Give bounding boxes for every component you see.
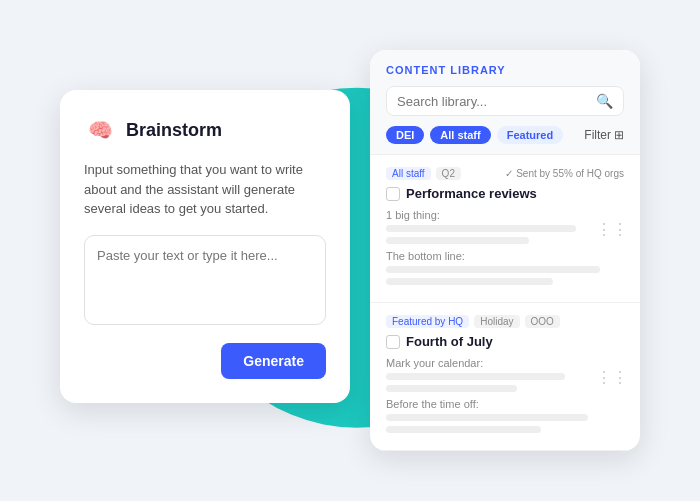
item1-field1-line (386, 225, 576, 232)
item2-checkbox[interactable] (386, 335, 400, 349)
brainstorm-description: Input something that you want to write a… (84, 160, 326, 219)
cards-container: 🧠 Brainstorm Input something that you wa… (30, 10, 670, 491)
item1-field2-label: The bottom line: (386, 250, 624, 262)
library-title: CONTENT LIBRARY (386, 64, 624, 76)
content-item-1: All staff Q2 ✓ Sent by 55% of HQ orgs Pe… (370, 155, 640, 303)
item1-title: Performance reviews (406, 186, 537, 201)
item1-dots-menu[interactable]: ⋮⋮ (596, 219, 628, 238)
item2-field1-line (386, 373, 565, 380)
filter-featured[interactable]: Featured (497, 126, 563, 144)
checkmark-icon: ✓ (505, 168, 513, 179)
item2-tags: Featured by HQ Holiday OOO (386, 315, 624, 328)
item1-tags: All staff Q2 ✓ Sent by 55% of HQ orgs (386, 167, 624, 180)
item2-field2-line (386, 414, 588, 421)
item2-field1-label: Mark your calendar: (386, 357, 624, 369)
item2-dots-menu[interactable]: ⋮⋮ (596, 367, 628, 386)
brainstorm-card: 🧠 Brainstorm Input something that you wa… (60, 90, 350, 403)
item2-field1-line2 (386, 385, 517, 392)
search-bar: 🔍 (386, 86, 624, 116)
item1-tag-allstaff: All staff (386, 167, 431, 180)
item2-title-row: Fourth of July (386, 334, 624, 349)
filter-dei[interactable]: DEI (386, 126, 424, 144)
item1-checkbox[interactable] (386, 187, 400, 201)
filter-button[interactable]: Filter ⊞ (584, 128, 624, 142)
filter-icon: ⊞ (614, 128, 624, 142)
item2-tag-holiday: Holiday (474, 315, 519, 328)
library-body: All staff Q2 ✓ Sent by 55% of HQ orgs Pe… (370, 155, 640, 451)
item1-field1-label: 1 big thing: (386, 209, 624, 221)
item2-field2-line2 (386, 426, 541, 433)
item1-field2-line (386, 266, 600, 273)
generate-button[interactable]: Generate (221, 343, 326, 379)
item1-sent-text: Sent by 55% of HQ orgs (516, 168, 624, 179)
item1-sent-info: ✓ Sent by 55% of HQ orgs (505, 168, 624, 179)
search-icon: 🔍 (596, 93, 613, 109)
item1-field1-line2 (386, 237, 529, 244)
item2-tag-featured: Featured by HQ (386, 315, 469, 328)
search-input[interactable] (397, 94, 596, 109)
content-item-2: Featured by HQ Holiday OOO Fourth of Jul… (370, 303, 640, 451)
filter-row: DEI All staff Featured Filter ⊞ (386, 126, 624, 144)
brain-icon: 🧠 (84, 114, 116, 146)
brainstorm-title: Brainstorm (126, 120, 222, 141)
item2-title: Fourth of July (406, 334, 493, 349)
library-header: CONTENT LIBRARY 🔍 DEI All staff Featured… (370, 50, 640, 155)
item2-tag-ooo: OOO (525, 315, 560, 328)
item1-title-row: Performance reviews (386, 186, 624, 201)
item2-field2-label: Before the time off: (386, 398, 624, 410)
filter-allstaff[interactable]: All staff (430, 126, 490, 144)
brainstorm-textarea[interactable] (84, 235, 326, 325)
filter-label: Filter (584, 128, 611, 142)
item1-field2-line2 (386, 278, 553, 285)
library-card: CONTENT LIBRARY 🔍 DEI All staff Featured… (370, 50, 640, 451)
brainstorm-header: 🧠 Brainstorm (84, 114, 326, 146)
item1-tag-q2: Q2 (436, 167, 461, 180)
